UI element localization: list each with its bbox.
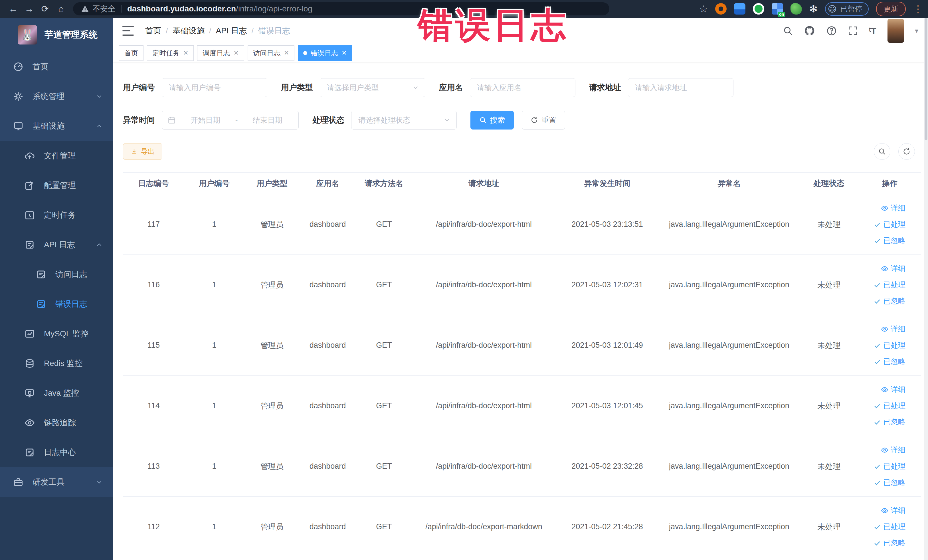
sidebar-item-system[interactable]: 系统管理 (0, 82, 113, 111)
extension-green-circle-icon[interactable] (753, 3, 764, 15)
sidebar-item-error-log[interactable]: 错误日志 (0, 289, 113, 319)
profile-paused-badge[interactable]: 😃 已暂停 (825, 2, 868, 16)
browser-forward-icon[interactable]: → (21, 3, 37, 15)
help-icon[interactable] (826, 25, 837, 36)
mark-processed-link[interactable]: 已处理 (873, 401, 905, 411)
tab-schedule-log[interactable]: 调度日志✕ (197, 45, 244, 61)
mark-processed-link[interactable]: 已处理 (873, 461, 905, 471)
detail-link[interactable]: 详细 (881, 505, 905, 516)
sidebar-logo[interactable]: 🐰 芋道管理系统 (0, 18, 113, 52)
sidebar-item-scheduled-tasks[interactable]: 定时任务 (0, 200, 113, 230)
sidebar-item-infrastructure[interactable]: 基础设施 (0, 111, 113, 141)
font-size-icon[interactable]: ᵗT (869, 26, 877, 36)
detail-link[interactable]: 详细 (881, 385, 905, 395)
browser-home-icon[interactable]: ⌂ (53, 3, 69, 15)
extension-blue-shield-icon[interactable] (734, 3, 745, 15)
breadcrumb-error-log: 错误日志 (258, 25, 290, 36)
java-monitor-icon (24, 388, 35, 398)
mark-ignored-link[interactable]: 已忽略 (873, 478, 905, 488)
column-user-type: 用户类型 (244, 178, 300, 189)
sidebar-item-api-log[interactable]: API 日志 (0, 230, 113, 259)
search-icon (479, 116, 487, 124)
app-name-input[interactable] (470, 78, 575, 97)
mark-ignored-link[interactable]: 已忽略 (873, 236, 905, 246)
user-id-input[interactable] (162, 78, 267, 97)
sidebar-item-dev-tools[interactable]: 研发工具 (0, 467, 113, 497)
caret-down-icon[interactable]: ▾ (915, 27, 918, 35)
cell-exception-name: java.lang.IllegalArgumentException (659, 341, 799, 350)
sidebar-item-java-monitor[interactable]: Java 监控 (0, 378, 113, 408)
mark-processed-link[interactable]: 已处理 (873, 340, 905, 350)
sidebar-item-redis-monitor[interactable]: Redis 监控 (0, 349, 113, 378)
toggle-search-button[interactable] (874, 143, 890, 160)
scrollbar-thumb[interactable] (925, 18, 927, 140)
tab-home[interactable]: 首页 (119, 45, 143, 61)
table-header-row: 日志编号 用户编号 用户类型 应用名 请求方法名 请求地址 异常发生时间 异常名… (123, 172, 921, 194)
browser-menu-icon[interactable]: ⋮ (913, 3, 923, 15)
app-name-label: 应用名 (439, 82, 463, 93)
breadcrumb-home[interactable]: 首页 (145, 25, 161, 36)
cell-exception-name: java.lang.IllegalArgumentException (659, 401, 799, 410)
extensions-puzzle-icon[interactable]: ❇ (809, 3, 818, 15)
close-icon[interactable]: ✕ (183, 49, 188, 57)
detail-link[interactable]: 详细 (881, 445, 905, 455)
extension-orange-icon[interactable] (715, 3, 727, 15)
scrollbar[interactable] (924, 18, 928, 560)
sidebar-item-access-log[interactable]: 访问日志 (0, 259, 113, 289)
sidebar-item-config-management[interactable]: 配置管理 (0, 171, 113, 200)
bookmark-star-icon[interactable]: ☆ (699, 3, 708, 15)
url-domain[interactable]: dashboard.yudao.iocoder.cn (127, 4, 236, 14)
cell-app-name: dashboard (300, 281, 356, 289)
fullscreen-icon[interactable] (848, 26, 858, 36)
mark-ignored-link[interactable]: 已忽略 (873, 417, 905, 427)
user-type-select[interactable]: 请选择用户类型 (320, 78, 425, 97)
close-icon[interactable]: ✕ (342, 49, 346, 57)
extension-grid-icon[interactable]: on (772, 3, 783, 15)
browser-back-icon[interactable]: ← (5, 3, 21, 15)
reset-button[interactable]: 重置 (522, 111, 565, 130)
avatar[interactable] (887, 19, 904, 43)
breadcrumb-api-log[interactable]: API 日志 (216, 25, 247, 36)
cell-exception-name: java.lang.IllegalArgumentException (659, 522, 799, 531)
mark-processed-link[interactable]: 已处理 (873, 220, 905, 229)
sidebar-item-file-management[interactable]: 文件管理 (0, 141, 113, 171)
refresh-table-button[interactable] (898, 143, 915, 160)
url-path[interactable]: /infra/log/api-error-log (236, 4, 312, 14)
cell-request-url: /api/infra/db-doc/export-html (412, 341, 555, 350)
column-method: 请求方法名 (356, 178, 412, 189)
close-icon[interactable]: ✕ (284, 49, 289, 57)
github-icon[interactable] (804, 25, 815, 37)
sidebar-item-trace[interactable]: 链路追踪 (0, 408, 113, 438)
extension-leaf-icon[interactable] (791, 3, 802, 15)
process-status-select[interactable]: 请选择处理状态 (351, 111, 457, 130)
eye-icon (881, 386, 888, 394)
detail-link[interactable]: 详细 (881, 264, 905, 273)
sidebar-item-home[interactable]: 首页 (0, 52, 113, 82)
mark-ignored-link[interactable]: 已忽略 (873, 538, 905, 548)
tab-scheduled-tasks[interactable]: 定时任务✕ (147, 45, 194, 61)
mark-ignored-link[interactable]: 已忽略 (873, 296, 905, 306)
request-url-input[interactable] (628, 78, 733, 97)
breadcrumb-infrastructure[interactable]: 基础设施 (172, 25, 205, 36)
sidebar-item-log-center[interactable]: 日志中心 (0, 438, 113, 467)
security-label[interactable]: 不安全 (92, 4, 116, 14)
mark-processed-link[interactable]: 已处理 (873, 522, 905, 532)
detail-link[interactable]: 详细 (881, 324, 905, 334)
table-row: 112 1 管理员 dashboard GET /api/infra/db-do… (123, 497, 921, 557)
detail-link[interactable]: 详细 (881, 203, 905, 213)
tab-access-log[interactable]: 访问日志✕ (247, 45, 295, 61)
search-button[interactable]: 搜索 (470, 111, 514, 130)
exception-time-range-picker[interactable]: 开始日期 - 结束日期 (162, 111, 299, 130)
browser-reload-icon[interactable]: ⟳ (37, 3, 53, 15)
sidebar-item-mysql-monitor[interactable]: MySQL 监控 (0, 319, 113, 349)
close-icon[interactable]: ✕ (234, 49, 238, 57)
hamburger-icon[interactable] (122, 26, 134, 36)
warning-triangle-icon (81, 5, 89, 12)
mark-ignored-link[interactable]: 已忽略 (873, 357, 905, 366)
search-icon[interactable] (783, 26, 793, 36)
tab-error-log[interactable]: 错误日志✕ (298, 45, 352, 61)
eye-icon (881, 325, 888, 333)
export-button[interactable]: 导出 (123, 143, 162, 160)
browser-update-button[interactable]: 更新 (876, 2, 906, 16)
mark-processed-link[interactable]: 已处理 (873, 280, 905, 290)
